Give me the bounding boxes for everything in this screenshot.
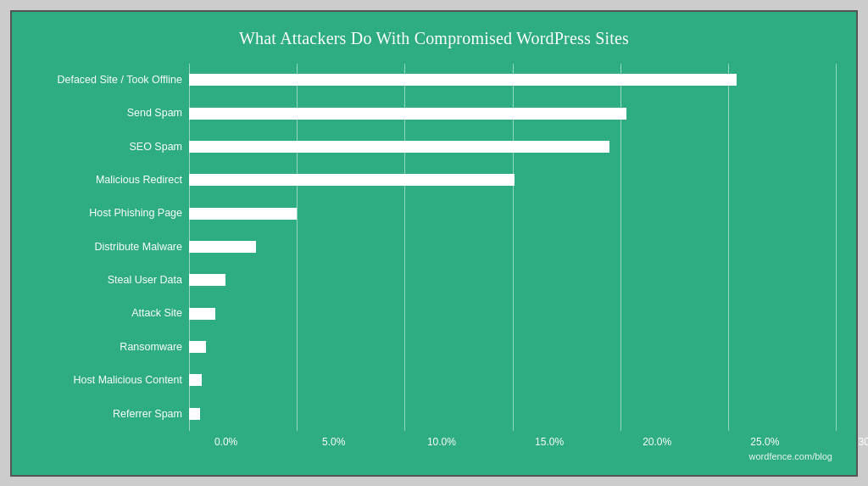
x-tick: 0.0% [172, 436, 280, 448]
y-label: Host Phishing Page [32, 208, 182, 219]
y-label: Distribute Malware [32, 242, 182, 253]
bars-rows [189, 64, 836, 431]
bar [189, 274, 225, 286]
bar-row [189, 206, 836, 221]
chart-container: What Attackers Do With Compromised WordP… [10, 10, 858, 477]
y-label: Ransomware [32, 342, 182, 353]
chart-title: What Attackers Do With Compromised WordP… [32, 29, 836, 48]
y-label: Attack Site [32, 308, 182, 319]
bar-row [189, 139, 836, 154]
bar [189, 74, 737, 86]
y-label: Defaced Site / Took Offline [32, 75, 182, 86]
bar-row [189, 306, 836, 321]
y-label: Referrer Spam [32, 409, 182, 420]
bar [189, 108, 626, 120]
bar-row [189, 406, 836, 422]
bar-row [189, 272, 836, 288]
bar-row [189, 172, 836, 187]
x-tick: 5.0% [280, 436, 387, 448]
y-labels: Defaced Site / Took OfflineSend SpamSEO … [32, 64, 189, 431]
grid-line [836, 64, 837, 431]
bars-section: Defaced Site / Took OfflineSend SpamSEO … [32, 64, 836, 431]
watermark: wordfence.com/blog [32, 451, 836, 461]
y-label: Malicious Redirect [32, 175, 182, 186]
x-tick: 30.0% [819, 436, 868, 448]
y-label: Steal User Data [32, 275, 182, 286]
bar-row [189, 239, 836, 254]
bar [189, 408, 200, 420]
bar [189, 241, 256, 253]
x-tick: 20.0% [604, 436, 711, 448]
x-tick: 15.0% [495, 436, 603, 448]
x-axis: 0.0%5.0%10.0%15.0%20.0%25.0%30.0% [189, 436, 836, 448]
bar-row [189, 72, 836, 87]
bar-row [189, 339, 836, 355]
bar [189, 341, 206, 353]
bar [189, 374, 202, 386]
bar [189, 174, 515, 186]
y-label: Host Malicious Content [32, 375, 182, 386]
y-label: SEO Spam [32, 142, 182, 153]
bar-row [189, 106, 836, 121]
bars-and-grid [189, 64, 836, 431]
bar [189, 208, 297, 220]
x-tick: 10.0% [387, 436, 495, 448]
x-tick: 25.0% [711, 436, 819, 448]
bar [189, 308, 215, 320]
bar-row [189, 372, 836, 388]
y-label: Send Spam [32, 108, 182, 119]
chart-area: Defaced Site / Took OfflineSend SpamSEO … [32, 64, 836, 461]
bar [189, 141, 609, 153]
